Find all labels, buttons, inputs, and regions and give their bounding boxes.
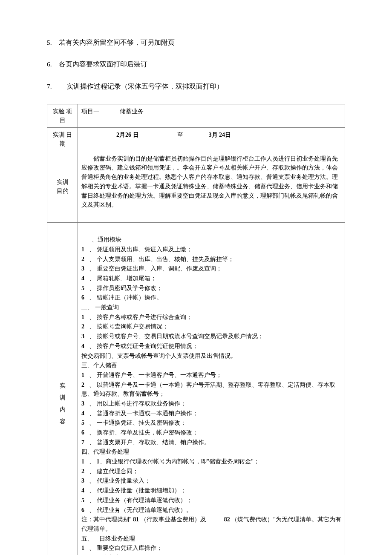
sec-4-title: 四、代理业务处理 [81, 447, 341, 457]
s3-1: 1、 开普通客户号、一卡通客户号、一本通客户号； [81, 371, 341, 380]
s1-2: 2、 个人支票领用、出库、出售、核销、挂失及解挂等； [81, 255, 341, 264]
cell-project: 项目一储蓄业务 [78, 104, 345, 127]
s5-1: 1、 重要空白凭证入库操作； [81, 543, 341, 553]
sec-3-title: 三、个人储蓄 [81, 361, 341, 370]
top-item-7: 7.实训操作过程记录（宋体五号字体，双排双面打印） [47, 81, 345, 91]
s4-5: 5、 代理业务（有代理清单逐笔代收）； [81, 496, 341, 505]
s3-5: 5、 一卡通换凭证、挂失及密码修改； [81, 418, 341, 428]
s4-note: 注：其中代理类别" 81 （行政事业基金费用）及 82 （煤气费代收）"为无代理… [81, 515, 341, 533]
s2-1: 1、 按客户名称或客户号进行综合查询； [81, 313, 341, 322]
s1-5: 5、 操作员密码及学号修改； [81, 284, 341, 293]
s1-4: 4、 尾箱轧帐、增加尾箱； [81, 274, 341, 283]
label-date: 实训 日期 [47, 127, 78, 151]
s4-3: 3、 代理业务批量录入； [81, 476, 341, 486]
s4-4: 4、 代理业务批量（批量明细增加）； [81, 486, 341, 495]
s3-6: 6、 换存折、存单及挂失，帐户密码修改； [81, 428, 341, 437]
cell-content: 、通用模块 1、 凭证领用及出库、凭证入库及上缴； 2、 个人支票领用、出库、出… [78, 222, 345, 555]
s5-2: 2、 现金入库； [81, 553, 341, 555]
label-project: 实验 项目 [47, 104, 78, 127]
s3-4: 4、 普通存折及一卡通或一本通销户操作； [81, 409, 341, 418]
s4-2: 2、 建立代理合同； [81, 467, 341, 476]
s2-2: 2、 按帐号查询帐户交易情况； [81, 322, 341, 331]
cell-purpose: 储蓄业务实训的目的是储蓄柜员初始操作目的是理解银行柜台工作人员进行日初业务处理首… [78, 151, 345, 222]
s2-4: 4、 按客户号或凭证号查询凭证使用情况； [81, 342, 341, 351]
s1-1: 1、 凭证领用及出库、凭证入库及上缴； [81, 245, 341, 254]
s3-2: 2、 以普通客户号及一卡通（一本通）客户号开活期、整存整取、零存整取、定活两便、… [81, 380, 341, 399]
label-purpose: 实训目的 [47, 151, 78, 222]
top-item-6: 6.各页内容要求双面打印后装订 [47, 59, 345, 69]
top-list: 5.若有关内容所留空间不够，可另加附页 6.各页内容要求双面打印后装订 7.实训… [47, 37, 345, 91]
s4-1: 1、 1、商业银行代理收付帐号为内部帐号，即"储蓄业务周转金"； [81, 457, 341, 466]
s1-6: 6、 错帐冲正（冲帐）操作。 [81, 293, 341, 302]
sec-2-title: 、 一般查询 [81, 303, 341, 312]
sec-1-title: 、通用模块 [81, 235, 341, 244]
row-project: 实验 项目 项目一储蓄业务 [47, 104, 345, 127]
label-content: 实训内容 [47, 222, 78, 555]
s2-3: 3、 按帐号或客户号、交易日期或流水号查询交易记录及帐户情况； [81, 332, 341, 341]
s2-e: 按交易部门、支票号或帐号查询个人支票使用及出售情况。 [81, 351, 341, 361]
row-content: 实训内容 、通用模块 1、 凭证领用及出库、凭证入库及上缴； 2、 个人支票领用… [47, 222, 345, 555]
row-date: 实训 日期 2月26 日至3月 24日 [47, 127, 345, 151]
s3-7: 7、 普通支票开户、存取款、结清、销户操作。 [81, 438, 341, 447]
s3-3: 3、 用以上帐号进行存取款业务操作； [81, 399, 341, 408]
s1-3: 3、 重要空白凭证出库、入库、调配、作废及查询； [81, 264, 341, 273]
cell-date: 2月26 日至3月 24日 [78, 127, 345, 151]
row-purpose: 实训目的 储蓄业务实训的目的是储蓄柜员初始操作目的是理解银行柜台工作人员进行日初… [47, 151, 345, 222]
top-item-5: 5.若有关内容所留空间不够，可另加附页 [47, 37, 345, 47]
sec-5-title: 五、 日终业务处理 [81, 534, 341, 543]
main-table: 实验 项目 项目一储蓄业务 实训 日期 2月26 日至3月 24日 实训目的 储… [47, 104, 345, 555]
s4-6: 6、 代理业务（无代理清单逐笔代收）。 [81, 506, 341, 515]
